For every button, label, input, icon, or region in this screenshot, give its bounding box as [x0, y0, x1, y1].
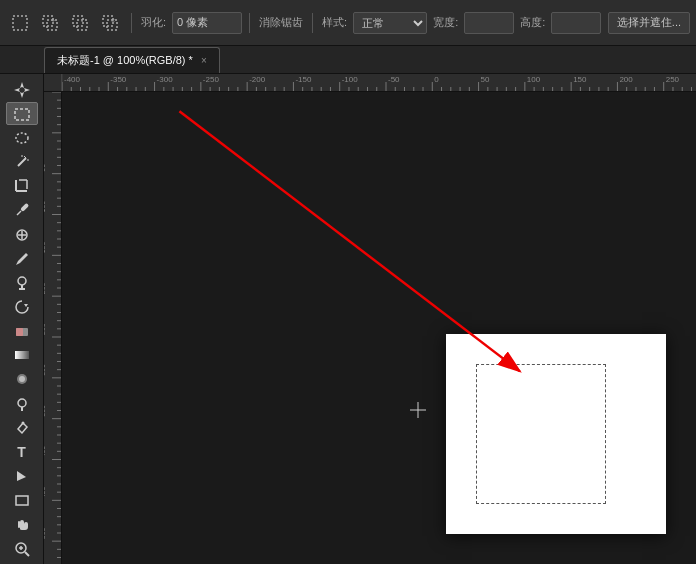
svg-point-12	[16, 133, 28, 143]
svg-line-40	[25, 552, 29, 556]
svg-text:-250: -250	[203, 75, 220, 84]
svg-line-22	[17, 211, 21, 215]
svg-text:350: 350	[44, 405, 46, 417]
svg-line-13	[18, 158, 26, 166]
antialias-label: 消除锯齿	[257, 15, 305, 30]
tab-bar: 未标题-1 @ 100%(RGB/8) * ×	[0, 46, 696, 74]
svg-text:100: 100	[44, 201, 46, 213]
lasso-tool-btn[interactable]	[6, 126, 38, 149]
ruler-left: -5050100150200250300350400450500550	[44, 92, 62, 564]
svg-rect-38	[18, 521, 20, 528]
zoom-btn[interactable]	[6, 537, 38, 560]
left-toolbar: T	[0, 74, 44, 564]
svg-text:250: 250	[44, 323, 46, 335]
svg-text:+: +	[51, 17, 55, 24]
svg-text:50: 50	[44, 164, 46, 172]
svg-marker-36	[17, 471, 26, 481]
svg-text:400: 400	[44, 446, 46, 458]
sep3	[312, 13, 313, 33]
svg-text:-100: -100	[342, 75, 359, 84]
svg-text:0: 0	[434, 75, 439, 84]
ruler-left-svg: -5050100150200250300350400450500550	[44, 92, 62, 564]
ruler-top-svg: -400-350-300-250-200-150-100-50050100150…	[62, 74, 696, 92]
svg-text:300: 300	[44, 364, 46, 376]
document-tab[interactable]: 未标题-1 @ 100%(RGB/8) * ×	[44, 47, 220, 73]
svg-line-16	[24, 156, 26, 158]
select-mask-btn[interactable]: 选择并遮住...	[608, 12, 690, 34]
svg-rect-37	[16, 496, 28, 505]
crop-tool-btn[interactable]	[6, 175, 38, 198]
top-toolbar: + - × 羽化: 消除锯齿 样式: 正常 固定比例 固定大小 宽度: 高度: …	[0, 0, 696, 46]
style-label: 样式:	[320, 15, 349, 30]
magic-wand-btn[interactable]	[6, 150, 38, 173]
feather-input[interactable]	[172, 12, 242, 34]
eyedropper-btn[interactable]	[6, 199, 38, 222]
canvas-area: -400-350-300-250-200-150-100-50050100150…	[44, 74, 696, 564]
toolbar-right: 选择并遮住...	[608, 12, 690, 34]
crosshair-cursor	[410, 402, 426, 418]
svg-rect-131	[44, 92, 62, 564]
svg-marker-27	[24, 304, 28, 307]
tab-close-btn[interactable]: ×	[201, 56, 207, 66]
add-selection-btn[interactable]: +	[36, 12, 64, 34]
move-tool-btn[interactable]	[6, 78, 38, 101]
svg-rect-29	[16, 328, 23, 336]
clone-btn[interactable]	[6, 271, 38, 294]
svg-text:450: 450	[44, 487, 46, 499]
style-select[interactable]: 正常 固定比例 固定大小	[353, 12, 427, 34]
svg-text:100: 100	[527, 75, 541, 84]
tab-title: 未标题-1 @ 100%(RGB/8) *	[57, 53, 193, 68]
hand-btn[interactable]	[6, 513, 38, 536]
dodge-btn[interactable]	[6, 392, 38, 415]
svg-text:150: 150	[44, 242, 46, 254]
path-select-btn[interactable]	[6, 465, 38, 488]
canvas-with-left-ruler: -5050100150200250300350400450500550	[44, 92, 696, 564]
tool-mode-group: + - ×	[6, 12, 124, 34]
svg-point-35	[21, 421, 24, 424]
svg-text:-300: -300	[157, 75, 174, 84]
height-input[interactable]	[551, 12, 601, 34]
svg-text:150: 150	[573, 75, 587, 84]
selection-rect	[476, 364, 606, 504]
svg-text:-350: -350	[110, 75, 127, 84]
svg-point-32	[19, 376, 25, 382]
svg-text:-50: -50	[388, 75, 400, 84]
svg-rect-30	[15, 351, 29, 359]
height-label: 高度:	[518, 15, 547, 30]
gradient-btn[interactable]	[6, 344, 38, 367]
svg-marker-10	[14, 82, 30, 98]
sep1	[131, 13, 132, 33]
svg-point-24	[18, 277, 26, 285]
blur-btn[interactable]	[6, 368, 38, 391]
svg-text:200: 200	[619, 75, 633, 84]
svg-text:500: 500	[44, 527, 46, 539]
intersect-selection-btn[interactable]: ×	[96, 12, 124, 34]
width-input[interactable]	[464, 12, 514, 34]
svg-text:200: 200	[44, 282, 46, 294]
svg-text:-150: -150	[295, 75, 312, 84]
svg-rect-0	[13, 16, 27, 30]
svg-rect-21	[20, 203, 29, 212]
new-selection-btn[interactable]	[6, 12, 34, 34]
svg-text:50: 50	[481, 75, 490, 84]
ruler-corner	[44, 74, 62, 92]
history-brush-btn[interactable]	[6, 295, 38, 318]
text-btn[interactable]: T	[6, 440, 38, 463]
svg-text:-200: -200	[249, 75, 266, 84]
svg-text:-400: -400	[64, 75, 81, 84]
eraser-btn[interactable]	[6, 320, 38, 343]
shape-btn[interactable]	[6, 489, 38, 512]
pen-btn[interactable]	[6, 416, 38, 439]
spot-heal-btn[interactable]	[6, 223, 38, 246]
feather-label: 羽化:	[139, 15, 168, 30]
photoshop-canvas	[446, 334, 666, 534]
sep2	[249, 13, 250, 33]
subtract-selection-btn[interactable]: -	[66, 12, 94, 34]
svg-point-33	[18, 399, 26, 407]
svg-line-208	[179, 111, 519, 371]
ruler-top: -400-350-300-250-200-150-100-50050100150…	[44, 74, 696, 92]
svg-rect-11	[15, 109, 29, 120]
brush-btn[interactable]	[6, 247, 38, 270]
rect-select-tool-btn[interactable]	[6, 102, 38, 125]
canvas-viewport[interactable]	[62, 92, 696, 564]
